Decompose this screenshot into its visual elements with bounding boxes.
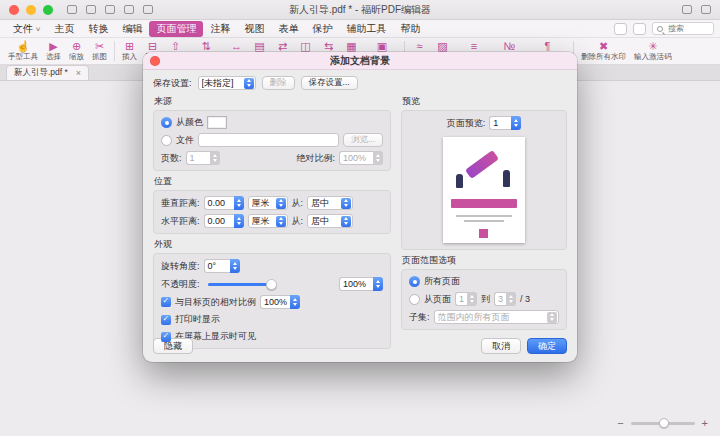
menu-edit[interactable]: 编辑 xyxy=(115,21,149,37)
page-range-group: 所有页面 从页面 1 到 3 / 3 xyxy=(401,269,567,330)
save-settings-value: [未指定] xyxy=(202,77,242,90)
view-mode-button[interactable] xyxy=(614,23,627,35)
stepper-arrows-icon[interactable] xyxy=(373,277,383,291)
stepper-arrows-icon[interactable] xyxy=(467,292,477,306)
horizontal-unit-select[interactable]: 厘米 xyxy=(248,214,288,228)
all-pages-radio[interactable] xyxy=(409,276,420,287)
share-icon[interactable] xyxy=(682,5,692,14)
menu-accessibility-tools[interactable]: 辅助工具 xyxy=(339,21,393,37)
pages-stepper[interactable]: 1 xyxy=(186,151,220,165)
zoom-out-button[interactable]: − xyxy=(617,417,623,429)
stepper-arrows-icon[interactable] xyxy=(234,196,244,210)
vertical-distance-stepper[interactable]: 0.00 xyxy=(204,196,244,210)
opacity-slider[interactable] xyxy=(208,283,272,286)
stepper-arrows-icon[interactable] xyxy=(230,259,240,273)
text-line-placeholder xyxy=(456,215,512,217)
search-input[interactable] xyxy=(666,23,709,34)
ok-button[interactable]: 确定 xyxy=(527,338,567,354)
stepper-arrows-icon[interactable] xyxy=(373,151,383,165)
menubar: 文件∨主页转换编辑页面管理注释视图表单保护辅助工具帮助 xyxy=(0,20,720,38)
stepper-arrows-icon[interactable] xyxy=(511,116,521,130)
menu-view[interactable]: 视图 xyxy=(237,21,271,37)
close-window-button[interactable] xyxy=(9,5,19,15)
menu-form[interactable]: 表单 xyxy=(271,21,305,37)
cancel-button[interactable]: 取消 xyxy=(481,338,521,354)
from-color-label: 从颜色 xyxy=(176,116,203,129)
snapshot-tool-button[interactable]: ✂抓图 xyxy=(88,40,111,62)
stepper-arrows-icon[interactable] xyxy=(290,295,300,309)
rotation-stepper[interactable]: 0° xyxy=(204,259,240,273)
stepper-arrows-icon[interactable] xyxy=(234,214,244,228)
relative-scale-value: 100% xyxy=(260,295,290,309)
menu-file[interactable]: 文件∨ xyxy=(6,21,47,37)
background-color-well[interactable] xyxy=(207,116,227,129)
save-setting-button[interactable]: 保存设置... xyxy=(301,76,358,90)
print-icon[interactable] xyxy=(105,5,115,14)
relative-scale-stepper[interactable]: 100% xyxy=(260,295,300,309)
minimize-window-button[interactable] xyxy=(26,5,36,15)
browse-button[interactable]: 浏览... xyxy=(343,133,383,147)
dialog-close-button[interactable] xyxy=(150,56,160,66)
from-file-radio[interactable] xyxy=(161,135,172,146)
save-icon[interactable] xyxy=(86,5,96,14)
menu-comment[interactable]: 注释 xyxy=(203,21,237,37)
preview-group-title: 预览 xyxy=(402,95,567,108)
vertical-unit-select[interactable]: 厘米 xyxy=(248,196,288,210)
absolute-scale-stepper[interactable]: 100% xyxy=(339,151,383,165)
account-icon[interactable] xyxy=(701,5,711,14)
vertical-from-select[interactable]: 居中 xyxy=(307,196,353,210)
menu-home[interactable]: 主页 xyxy=(47,21,81,37)
copy-pages-icon: ▤ xyxy=(254,40,264,52)
hide-button[interactable]: 隐藏 xyxy=(153,338,193,354)
save-settings-row: 保存设置: [未指定] 删除 保存设置... xyxy=(153,76,567,90)
horizontal-from-select[interactable]: 居中 xyxy=(307,214,353,228)
save-settings-select[interactable]: [未指定] xyxy=(198,76,256,90)
from-color-radio[interactable] xyxy=(161,117,172,128)
menu-help[interactable]: 帮助 xyxy=(393,21,427,37)
page-range-group-title: 页面范围选项 xyxy=(402,254,567,267)
vertical-from-value: 居中 xyxy=(311,197,339,210)
delete-setting-button[interactable]: 删除 xyxy=(262,76,295,90)
tab-close-icon[interactable]: × xyxy=(76,69,81,78)
insert-pages-button[interactable]: ⊞插入 xyxy=(118,40,141,62)
relative-scale-checkbox[interactable] xyxy=(161,297,171,307)
tile-pages-icon: ▦ xyxy=(346,40,356,52)
opacity-slider-knob[interactable] xyxy=(266,279,277,290)
add-background-dialog: 添加文档背景 保存设置: [未指定] 删除 保存设置... 来源 从颜色 xyxy=(143,52,577,362)
to-page-stepper[interactable]: 3 xyxy=(494,292,516,306)
page-range-radio[interactable] xyxy=(409,294,420,305)
toolbar-item-label: 输入激活码 xyxy=(634,52,672,62)
opacity-stepper[interactable]: 100% xyxy=(339,277,383,291)
enter-activation-code-button[interactable]: ✳输入激活码 xyxy=(630,40,676,62)
titlebar-quick-actions xyxy=(67,5,153,14)
document-tab[interactable]: 新人引导.pdf * × xyxy=(6,65,89,80)
subset-select[interactable]: 范围内的所有页面 xyxy=(434,310,559,324)
stepper-arrows-icon[interactable] xyxy=(506,292,516,306)
remove-all-watermarks-button[interactable]: ✖删除所有水印 xyxy=(577,40,630,62)
search-box[interactable] xyxy=(652,22,714,35)
zoom-tool-button[interactable]: ⊕缩放 xyxy=(65,40,88,62)
menu-protect[interactable]: 保护 xyxy=(305,21,339,37)
file-path-input[interactable] xyxy=(198,133,339,147)
dialog-columns: 来源 从颜色 文件 浏览... 页数: xyxy=(153,91,567,332)
zoom-window-button[interactable] xyxy=(43,5,53,15)
sidebar-toggle-icon[interactable] xyxy=(67,5,77,14)
redo-icon[interactable] xyxy=(143,5,153,14)
preview-page-stepper[interactable]: 1 xyxy=(489,116,521,130)
show-when-printing-checkbox[interactable] xyxy=(161,315,171,325)
show-on-screen-checkbox[interactable] xyxy=(161,332,171,342)
stepper-arrows-icon[interactable] xyxy=(210,151,220,165)
traffic-lights xyxy=(9,5,53,15)
from-page-stepper[interactable]: 1 xyxy=(455,292,477,306)
horizontal-distance-stepper[interactable]: 0.00 xyxy=(204,214,244,228)
zoom-slider[interactable] xyxy=(631,422,695,425)
menu-page-management[interactable]: 页面管理 xyxy=(149,21,203,37)
hand-tool-button[interactable]: ☝手型工具 xyxy=(4,40,42,62)
display-options-button[interactable] xyxy=(633,23,646,35)
menu-convert[interactable]: 转换 xyxy=(81,21,115,37)
zoom-slider-knob[interactable] xyxy=(659,418,669,428)
select-tool-button[interactable]: ▶选择 xyxy=(42,40,65,62)
zoom-in-button[interactable]: + xyxy=(702,417,708,429)
zoom-controls: − + xyxy=(617,417,708,429)
undo-icon[interactable] xyxy=(124,5,134,14)
